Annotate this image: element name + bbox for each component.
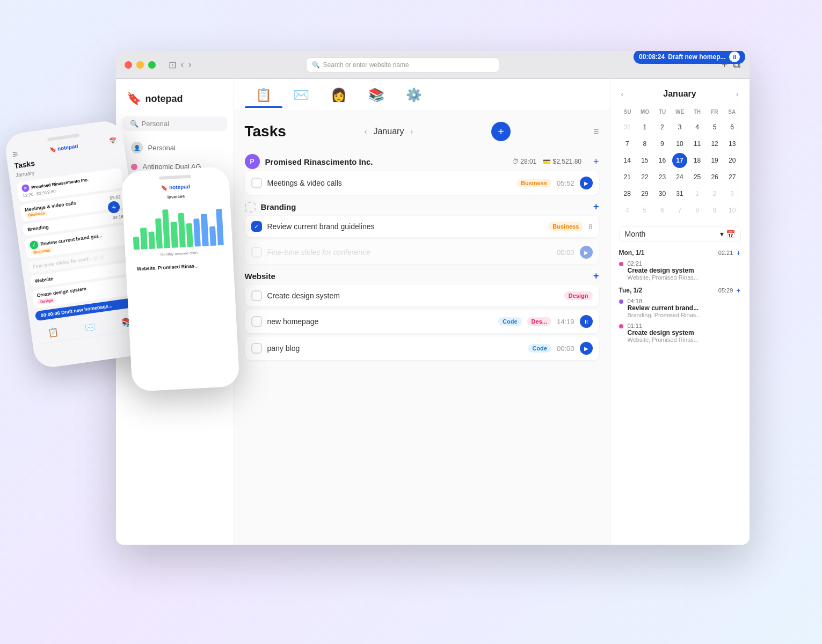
cal-cell-12[interactable]: 12 — [707, 136, 722, 151]
prev-month-arrow[interactable]: ‹ — [365, 127, 367, 136]
phone-tab-tasks[interactable]: 📋 — [47, 327, 59, 339]
minimize-button[interactable] — [136, 61, 144, 69]
cal-prev-arrow[interactable]: ‹ — [619, 87, 626, 100]
event-time-2: 04:18 — [628, 298, 741, 304]
meetings-play-button[interactable]: ▶ — [580, 177, 593, 189]
address-bar[interactable]: 🔍 Search or enter website name — [306, 57, 499, 72]
cal-cell-3[interactable]: 3 — [672, 120, 687, 135]
cal-cell-26[interactable]: 26 — [707, 170, 722, 185]
sidebar-toggle-icon[interactable]: ⊡ — [169, 59, 177, 71]
cal-cell-10[interactable]: 10 — [672, 136, 687, 151]
add-task-button[interactable]: + — [491, 122, 511, 141]
blog-checkbox[interactable] — [251, 343, 262, 354]
company-add-icon[interactable]: + — [593, 156, 599, 167]
website-label: Website — [245, 272, 275, 281]
cal-cell-20[interactable]: 20 — [725, 153, 740, 168]
forward-icon[interactable]: › — [188, 59, 192, 71]
cal-cell-11[interactable]: 11 — [690, 136, 705, 151]
cal-cell-24[interactable]: 24 — [672, 170, 687, 185]
meetings-task-row: Meetings & video calls Business 05:52 ▶ — [245, 171, 599, 195]
meetings-checkbox[interactable] — [251, 178, 262, 188]
calendar-small-icon: 📅 — [109, 137, 118, 145]
cal-cell-16[interactable]: 16 — [654, 153, 670, 168]
tab-contacts[interactable]: 👩 — [320, 82, 358, 108]
cal-weeks: 31 1 2 3 4 5 6 7 8 9 10 11 12 1 — [619, 119, 741, 218]
slides-task-name: Fine-tune slides for conference — [267, 248, 551, 257]
cal-cell-4-next[interactable]: 4 — [620, 203, 635, 218]
cal-cell-7-next[interactable]: 7 — [672, 203, 687, 218]
cal-cell-3-next[interactable]: 3 — [725, 186, 740, 201]
cal-cell-7[interactable]: 7 — [620, 136, 635, 151]
cal-cell-1[interactable]: 1 — [637, 120, 652, 135]
antinomic-dot — [131, 164, 137, 170]
website-add-icon[interactable]: + — [593, 270, 599, 282]
homepage-pause-button[interactable]: ⏸ — [580, 315, 593, 328]
cal-cell-9-next[interactable]: 9 — [707, 203, 722, 218]
cal-cell-19[interactable]: 19 — [707, 153, 722, 168]
branding-add-icon[interactable]: + — [593, 201, 599, 213]
cal-next-arrow[interactable]: › — [734, 87, 741, 100]
cal-cell-22[interactable]: 22 — [637, 170, 652, 185]
day-su: SU — [619, 107, 636, 117]
blog-play-button[interactable]: ▶ — [580, 342, 593, 355]
homepage-task-name: new homepage — [267, 317, 493, 326]
homepage-code-tag: Code — [498, 317, 522, 326]
contacts-label: Personal — [142, 120, 169, 128]
cal-cell-2-next[interactable]: 2 — [707, 186, 722, 201]
homepage-checkbox[interactable] — [251, 316, 262, 327]
next-month-arrow[interactable]: › — [410, 127, 413, 136]
cal-cell-30[interactable]: 30 — [654, 186, 670, 201]
cal-cell-17-today[interactable]: 17 — [672, 153, 687, 168]
cal-cell-10-next[interactable]: 10 — [725, 203, 740, 218]
cal-cell-1-next[interactable]: 1 — [690, 186, 705, 201]
cal-cell-23[interactable]: 23 — [654, 170, 670, 185]
cal-cell-29[interactable]: 29 — [637, 186, 652, 201]
cal-cell-6-next[interactable]: 6 — [654, 203, 670, 218]
month-selector[interactable]: Month ▾ 📅 — [619, 226, 741, 242]
slides-play-button[interactable]: ▶ — [580, 246, 593, 259]
branding-checkbox[interactable] — [245, 202, 256, 213]
tab-tasks[interactable]: 📋 — [245, 82, 282, 108]
sidebar-search[interactable]: 🔍 Personal — [122, 116, 227, 131]
cal-cell-9[interactable]: 9 — [654, 136, 670, 151]
cal-cell-2[interactable]: 2 — [654, 120, 670, 135]
cal-cell-31-prev[interactable]: 31 — [620, 120, 635, 135]
cal-cell-14[interactable]: 14 — [620, 153, 635, 168]
cal-cell-31[interactable]: 31 — [672, 186, 687, 201]
design-checkbox[interactable] — [251, 290, 262, 301]
event-sub-1: Website, Promised Rinas... — [628, 274, 741, 281]
cal-cell-8-next[interactable]: 8 — [690, 203, 705, 218]
cal-cell-27[interactable]: 27 — [725, 170, 740, 185]
day-mo: MO — [636, 107, 653, 117]
event-info-3: 01:11 Create design system Website, Prom… — [628, 323, 741, 343]
cal-cell-15[interactable]: 15 — [637, 153, 652, 168]
cal-cell-13[interactable]: 13 — [725, 136, 740, 151]
cal-cell-4[interactable]: 4 — [690, 120, 705, 135]
review-checkbox[interactable]: ✓ — [251, 221, 262, 232]
filter-icon[interactable]: ≡ — [593, 126, 599, 137]
cal-cell-18[interactable]: 18 — [690, 153, 705, 168]
back-icon[interactable]: ‹ — [181, 59, 184, 71]
close-button[interactable] — [125, 61, 132, 69]
logo-area: 🔖 notepad — [116, 87, 234, 116]
event-add-tue[interactable]: + — [736, 286, 740, 295]
sidebar-item-personal[interactable]: 👤 Personal — [120, 137, 229, 158]
event-sub-2: Branding, Promised Rinas... — [628, 312, 741, 318]
tab-settings[interactable]: ⚙️ — [395, 82, 433, 108]
phone-time1: 12:26 — [22, 192, 33, 199]
address-text: Search or enter website name — [323, 61, 409, 69]
cal-cell-28[interactable]: 28 — [620, 186, 635, 201]
cal-cell-8[interactable]: 8 — [637, 136, 652, 151]
cal-cell-5[interactable]: 5 — [707, 120, 722, 135]
event-add-mon[interactable]: + — [736, 248, 740, 257]
phone-tab-mail[interactable]: ✉️ — [84, 321, 96, 333]
cal-cell-21[interactable]: 21 — [620, 170, 635, 185]
tab-docs[interactable]: 📚 — [358, 82, 395, 108]
cal-cell-5-next[interactable]: 5 — [637, 203, 652, 218]
tab-mail[interactable]: ✉️ — [282, 82, 320, 108]
cal-cell-6[interactable]: 6 — [725, 120, 740, 135]
slides-checkbox[interactable] — [251, 247, 262, 258]
scene: ⊡ ‹ › 🔍 Search or enter website name + ⧉… — [62, 40, 760, 604]
cal-cell-25[interactable]: 25 — [690, 170, 705, 185]
maximize-button[interactable] — [148, 61, 156, 69]
